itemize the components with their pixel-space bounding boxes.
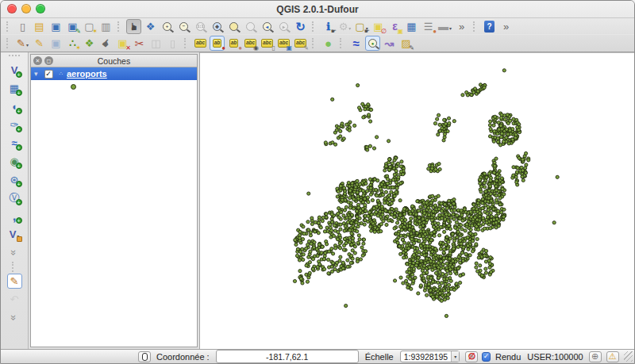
map-canvas[interactable] — [200, 52, 634, 349]
help-icon[interactable]: ? — [482, 19, 497, 34]
dropdown-arrow-icon[interactable]: ▾ — [348, 25, 351, 31]
delete-selected-icon[interactable]: ▣✕ — [115, 36, 130, 51]
zoom-point-marker-icon[interactable]: ● — [365, 36, 380, 51]
add-delimited-text-layer-icon[interactable]: ,+ — [7, 209, 22, 224]
zoom-full-extent-icon[interactable]: ✥ — [210, 19, 225, 34]
label-unpin-icon[interactable]: ab● — [226, 36, 241, 51]
label-copy-icon[interactable]: abc▯ — [260, 36, 275, 51]
checkmark-glyph: ✓ — [45, 71, 52, 78]
add-wfs-layer-icon[interactable]: Ⓥ+ — [7, 190, 22, 205]
undo-icon[interactable]: ↶ — [7, 292, 22, 307]
attribute-table-icon[interactable]: ▦ — [404, 19, 419, 34]
select-features-icon[interactable]: ▢☛▾ — [354, 19, 369, 34]
zoom-to-layer-icon[interactable] — [226, 19, 241, 34]
cut-features-icon[interactable]: ✂ — [132, 36, 147, 51]
label-edit-icon[interactable]: abc✎ — [293, 36, 308, 51]
zoom-window-button[interactable] — [36, 4, 45, 13]
add-spatialite-layer-icon[interactable]: ✑+ — [7, 117, 22, 132]
toolbar-separator — [6, 21, 11, 32]
left-toolbar-overflow2-icon[interactable]: » — [7, 310, 22, 325]
select-by-expression-icon[interactable]: ε▣ — [387, 19, 402, 34]
save-project-icon[interactable]: ▣ — [48, 19, 64, 34]
close-window-button[interactable] — [7, 4, 17, 13]
layers-tree: ▾ ✓ ∴ aeroports — [31, 67, 197, 347]
label-save-icon[interactable]: abc▣ — [276, 36, 291, 51]
label-visibility-icon[interactable]: abc◉ — [243, 36, 258, 51]
panel-title: Couches — [31, 56, 197, 66]
crs-status-icon[interactable]: ⊕ — [589, 351, 602, 362]
toggle-editing-icon[interactable]: ✎ — [32, 36, 47, 51]
zoom-last-icon[interactable]: ◂ — [260, 19, 275, 34]
new-shapefile-layer-icon[interactable]: V▾ — [7, 227, 22, 242]
zoom-to-selection-icon[interactable] — [243, 19, 258, 34]
legend-row — [31, 80, 197, 90]
mouse-position-toggle-icon[interactable] — [138, 351, 151, 362]
zoom-next-icon[interactable]: ▸ — [276, 19, 291, 34]
add-wcs-layer-icon[interactable]: ⊛+ — [7, 172, 22, 187]
open-project-icon[interactable]: ▤ — [32, 19, 47, 34]
add-raster-layer-icon[interactable]: ▦+ — [7, 81, 22, 96]
stop-render-icon[interactable]: ✎ ∅ — [465, 351, 478, 362]
identify-features-icon[interactable]: ℹ☛ — [321, 19, 336, 34]
measure-icon[interactable]: ▬▾ — [437, 19, 452, 34]
warning-triangle-glyph: ⚠ — [609, 352, 617, 361]
add-postgis-layer-icon[interactable]: ◖+ — [7, 99, 22, 114]
resize-grip[interactable] — [624, 351, 633, 362]
add-vector-layer-icon[interactable]: V+ — [7, 63, 22, 78]
advanced-digitizing-icon[interactable]: ▨✎ — [398, 36, 414, 51]
render-checkbox[interactable]: ✓ — [482, 352, 491, 362]
toolbar-overflow-icon[interactable]: » — [454, 19, 469, 34]
pan-to-selection-icon[interactable]: ❖ — [143, 19, 158, 34]
simplify-feature-icon[interactable]: ≈ — [348, 36, 364, 51]
label-pin-icon[interactable]: ab● — [210, 36, 225, 51]
scale-dropdown-icon[interactable]: ▾ — [451, 351, 459, 362]
main-area: V+▦+◖+✑+≈+◉+⊛+Ⓥ+,+V▾»✎↶» ✕ ◻ Couches ▾ ✓… — [1, 52, 634, 349]
expand-triangle-icon[interactable]: ▾ — [34, 70, 38, 78]
save-project-as-icon[interactable]: ▣✎ — [65, 19, 80, 34]
toolbar-separator — [312, 38, 317, 48]
layer-labeling-icon[interactable]: ✎ — [7, 274, 22, 289]
zoom-in-icon[interactable]: + — [160, 19, 175, 34]
minimize-window-button[interactable] — [21, 4, 31, 13]
paste-features-icon[interactable]: ▯ — [165, 36, 180, 51]
layers-panel-header: ✕ ◻ Couches — [31, 55, 197, 67]
add-mssql-layer-icon[interactable]: ≈+ — [7, 136, 22, 151]
save-layer-edits-icon[interactable]: ▣ — [48, 36, 64, 51]
add-plus-badge: + — [16, 108, 22, 114]
legend-symbol-dot — [71, 84, 76, 90]
layer-row-aeroports[interactable]: ▾ ✓ ∴ aeroports — [31, 67, 197, 80]
composer-manager-icon[interactable]: ▥ — [98, 19, 114, 34]
left-toolbar-overflow-icon[interactable]: » — [7, 245, 22, 260]
scale-combobox[interactable]: 1:93928195 ▾ — [400, 351, 460, 362]
add-wms-layer-icon[interactable]: ◉+ — [7, 154, 22, 169]
scale-value: 1:93928195 — [401, 352, 451, 362]
messages-log-icon[interactable]: ⚠ — [606, 351, 619, 362]
feature-action-icon[interactable]: ⚙▾ — [337, 19, 352, 34]
add-plus-badge: + — [16, 90, 22, 96]
new-project-icon[interactable]: ▯ — [15, 19, 30, 34]
coordinate-input[interactable] — [216, 350, 359, 363]
deselect-features-icon[interactable]: ▣∅ — [371, 19, 386, 34]
zoom-actual-size-icon[interactable]: 1:1 — [193, 19, 208, 34]
new-print-composer-icon[interactable]: ▢✶ — [82, 19, 97, 34]
toolbar-overflow2-icon[interactable]: » — [498, 19, 514, 34]
field-calculator-icon[interactable]: ☰● — [421, 19, 436, 34]
status-bar: Coordonnée : Échelle 1:93928195 ▾ ✎ ∅ ✓ … — [1, 349, 634, 363]
rotate-point-symbols-icon[interactable]: ↝ — [382, 36, 397, 51]
toolbar-separator — [340, 38, 344, 48]
copy-features-icon[interactable]: ◫ — [148, 36, 164, 51]
add-feature-icon[interactable]: ∴✶ — [65, 36, 80, 51]
label-icon[interactable]: abc — [193, 36, 208, 51]
current-edits-icon[interactable]: ✎▾ — [15, 36, 30, 51]
dropdown-arrow-icon[interactable]: ▾ — [449, 25, 452, 31]
add-plus-badge: + — [16, 71, 22, 78]
layer-visibility-checkbox[interactable]: ✓ — [44, 70, 53, 79]
move-feature-icon[interactable]: ❖ — [82, 36, 97, 51]
toolbar-separator — [6, 38, 11, 48]
zoom-out-icon[interactable]: − — [176, 19, 191, 34]
refresh-map-icon[interactable]: ↻ — [293, 19, 308, 34]
node-tool-icon[interactable]: ☛ — [98, 36, 114, 51]
dropdown-arrow-icon[interactable]: ▾ — [26, 42, 29, 48]
pan-map-icon[interactable]: ☛ — [126, 19, 141, 34]
map-tips-icon[interactable]: ● — [321, 36, 336, 51]
